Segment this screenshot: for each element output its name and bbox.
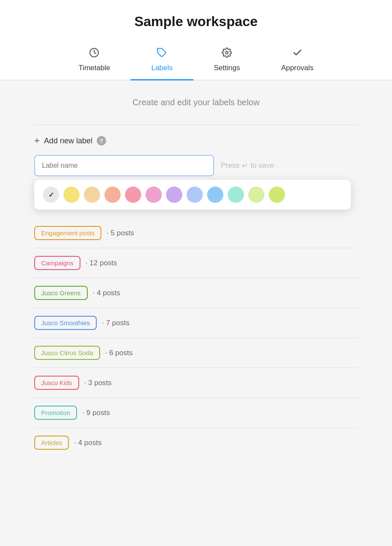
posts-count-articles: · 4 posts [74, 439, 101, 447]
tab-bar: Timetable Labels Settings [0, 42, 392, 80]
color-swatch-pink[interactable] [146, 187, 162, 203]
tab-approvals-label: Approvals [281, 64, 314, 72]
divider-top [34, 125, 358, 125]
svg-point-2 [226, 51, 228, 54]
label-row-jusco-smoothies[interactable]: Jusco Smoothies · 7 posts [34, 308, 358, 338]
label-row-jusco-citrus-soda[interactable]: Jusco Citrus Soda · 6 posts [34, 338, 358, 368]
plus-icon: + [34, 135, 40, 146]
color-swatch-salmon[interactable] [104, 187, 121, 203]
posts-count-jusco-kids: · 3 posts [84, 379, 112, 387]
check-icon [292, 47, 303, 60]
gear-icon [222, 47, 232, 60]
color-swatch-rose[interactable] [125, 187, 141, 203]
tab-settings-label: Settings [214, 64, 240, 72]
tag-icon [157, 47, 167, 60]
label-badge-jusco-kids: Jusco Kids [34, 376, 79, 390]
label-row-jusco-greens[interactable]: Jusco Greens · 4 posts [34, 278, 358, 308]
posts-count-promotion: · 9 posts [82, 409, 110, 417]
tab-approvals[interactable]: Approvals [261, 42, 334, 80]
color-swatch-lavender[interactable] [166, 187, 182, 203]
posts-count-jusco-smoothies: · 7 posts [102, 319, 129, 327]
label-row-jusco-kids[interactable]: Jusco Kids · 3 posts [34, 368, 358, 398]
label-badge-campaigns: Campaigns [34, 256, 80, 270]
label-badge-jusco-citrus-soda: Jusco Citrus Soda [34, 346, 100, 360]
tab-labels-label: Labels [151, 64, 172, 72]
color-swatch-limelight[interactable] [248, 187, 264, 203]
label-name-input[interactable] [34, 155, 214, 176]
color-picker-dropdown: ✓ [34, 180, 351, 210]
color-swatch-peach[interactable] [84, 187, 100, 203]
color-swatch-mint[interactable] [228, 187, 244, 203]
press-to-save-hint: Press ↵ to save [221, 161, 274, 170]
to-save-text: to save [250, 161, 274, 170]
label-badge-promotion: Promotion [34, 406, 77, 420]
labels-list: Engagement posts · 5 posts Campaigns · 1… [34, 218, 358, 457]
label-row-promotion[interactable]: Promotion · 9 posts [34, 398, 358, 428]
tab-timetable[interactable]: Timetable [58, 42, 131, 80]
label-badge-engagement-posts: Engagement posts [34, 226, 101, 240]
page-subtitle: Create and edit your labels below [34, 98, 358, 107]
color-swatch-sky[interactable] [207, 187, 223, 203]
tab-timetable-label: Timetable [78, 64, 110, 72]
color-swatch-yellow[interactable] [63, 187, 80, 203]
tab-settings[interactable]: Settings [193, 42, 261, 80]
color-swatch-periwinkle[interactable] [187, 187, 203, 203]
posts-count-campaigns: · 12 posts [86, 259, 117, 267]
label-row-engagement-posts[interactable]: Engagement posts · 5 posts [34, 218, 358, 248]
press-text: Press [221, 161, 239, 170]
add-label-text: Add new label [44, 136, 92, 145]
label-row-articles[interactable]: Articles · 4 posts [34, 428, 358, 457]
posts-count-jusco-greens: · 4 posts [93, 289, 120, 297]
label-badge-jusco-greens: Jusco Greens [34, 286, 88, 300]
help-icon[interactable]: ? [97, 136, 106, 145]
label-badge-jusco-smoothies: Jusco Smoothies [34, 316, 97, 330]
clock-icon [89, 47, 99, 60]
posts-count-engagement-posts: · 5 posts [107, 229, 134, 237]
color-swatch-none[interactable]: ✓ [43, 187, 59, 203]
main-content: Create and edit your labels below + Add … [0, 80, 392, 475]
header: Sample workspace Timetable Labels [0, 0, 392, 80]
workspace-title: Sample workspace [0, 14, 392, 30]
add-label-row[interactable]: + Add new label ? [34, 135, 358, 146]
enter-icon: ↵ [242, 161, 248, 170]
label-badge-articles: Articles [34, 436, 69, 450]
tab-labels[interactable]: Labels [131, 42, 193, 80]
posts-count-jusco-citrus-soda: · 6 posts [105, 349, 133, 357]
label-input-row: Press ↵ to save [34, 155, 358, 176]
label-row-campaigns[interactable]: Campaigns · 12 posts [34, 248, 358, 278]
checkmark-icon: ✓ [48, 191, 54, 199]
color-swatch-lime[interactable] [269, 187, 285, 203]
